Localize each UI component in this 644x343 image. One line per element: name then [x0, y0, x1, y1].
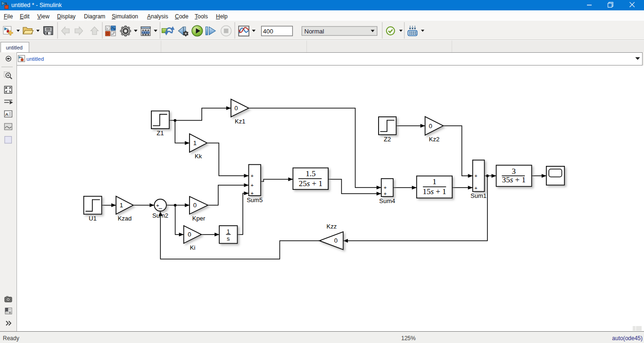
svg-text:Sum5: Sum5	[247, 196, 263, 204]
svg-text:Sum1: Sum1	[471, 192, 487, 199]
svg-text:3: 3	[512, 167, 516, 176]
svg-text:1.5: 1.5	[305, 169, 315, 178]
svg-text:+: +	[250, 190, 253, 196]
svg-text:1: 1	[432, 177, 437, 186]
svg-text:0: 0	[188, 231, 191, 238]
svg-text:A: A	[5, 112, 8, 117]
svg-text:+: +	[384, 191, 387, 196]
svg-text:Sum4: Sum4	[379, 197, 395, 204]
svg-text:+: +	[474, 173, 477, 179]
svg-text:+: +	[474, 185, 477, 191]
svg-text:25s + 1: 25s + 1	[299, 179, 322, 188]
svg-text:Z1: Z1	[157, 130, 164, 137]
svg-text:+: +	[250, 173, 253, 179]
svg-text:0: 0	[429, 122, 432, 130]
svg-text:1: 1	[193, 139, 197, 147]
svg-text:1: 1	[227, 229, 230, 235]
svg-text:+: +	[384, 185, 387, 190]
svg-text:15s + 1: 15s + 1	[422, 187, 446, 196]
svg-text:U1: U1	[89, 215, 97, 222]
svg-text:0: 0	[334, 237, 338, 244]
svg-text:0: 0	[193, 202, 197, 209]
svg-text:1: 1	[120, 202, 123, 209]
svg-text:Kper: Kper	[192, 215, 206, 222]
svg-text:–: –	[159, 205, 162, 212]
svg-text:35s + 1: 35s + 1	[502, 175, 526, 184]
svg-text:Kk: Kk	[195, 153, 202, 160]
svg-text:0: 0	[234, 105, 238, 112]
svg-text:Kzz: Kzz	[327, 223, 337, 230]
svg-text:Sum2: Sum2	[152, 212, 168, 219]
svg-text:Ki: Ki	[190, 244, 196, 251]
svg-text:s: s	[227, 236, 230, 242]
svg-text:Kzad: Kzad	[118, 215, 132, 222]
svg-text:Kz2: Kz2	[429, 136, 439, 143]
svg-text:+: +	[250, 182, 253, 188]
svg-text:Z2: Z2	[384, 136, 391, 143]
svg-text:Kz1: Kz1	[235, 118, 245, 125]
